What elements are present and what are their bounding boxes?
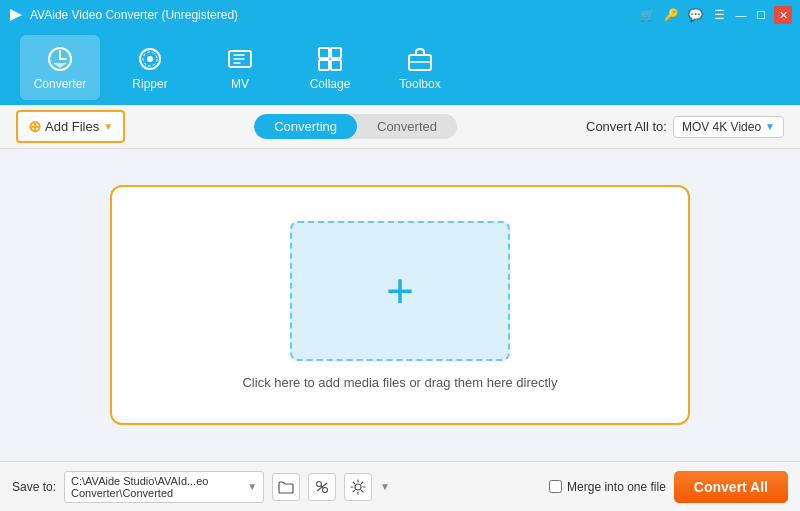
convert-all-to-label: Convert All to: bbox=[586, 119, 667, 134]
nav-label-toolbox: Toolbox bbox=[399, 77, 440, 91]
key-icon[interactable]: 🔑 bbox=[662, 6, 680, 24]
svg-rect-9 bbox=[331, 60, 341, 70]
nav-item-collage[interactable]: Collage bbox=[290, 35, 370, 100]
svg-rect-7 bbox=[331, 48, 341, 58]
maximize-button[interactable]: ☐ bbox=[754, 8, 768, 22]
tab-group: Converting Converted bbox=[254, 114, 457, 139]
title-bar-left: AVAide Video Converter (Unregistered) bbox=[8, 7, 238, 23]
nav-label-converter: Converter bbox=[34, 77, 87, 91]
svg-rect-6 bbox=[319, 48, 329, 58]
nav-item-converter[interactable]: Converter bbox=[20, 35, 100, 100]
app-logo-icon bbox=[8, 7, 24, 23]
merge-checkbox-group: Merge into one file bbox=[549, 480, 666, 494]
settings-cut-button[interactable] bbox=[308, 473, 336, 501]
preferences-button[interactable] bbox=[344, 473, 372, 501]
drop-plus-icon: + bbox=[386, 267, 414, 315]
svg-point-16 bbox=[355, 484, 361, 490]
add-files-button[interactable]: ⊕ Add Files ▼ bbox=[16, 110, 125, 143]
svg-rect-8 bbox=[319, 60, 329, 70]
add-files-dropdown-arrow: ▼ bbox=[103, 121, 113, 132]
close-button[interactable]: ✕ bbox=[774, 6, 792, 24]
converter-icon bbox=[46, 45, 74, 73]
menu-icon[interactable]: ☰ bbox=[710, 6, 728, 24]
convert-format-value: MOV 4K Video bbox=[682, 120, 761, 134]
toolbar: ⊕ Add Files ▼ Converting Converted Conve… bbox=[0, 105, 800, 149]
open-folder-button[interactable] bbox=[272, 473, 300, 501]
title-bar-controls: 🛒 🔑 💬 ☰ — ☐ ✕ bbox=[638, 6, 792, 24]
collage-icon bbox=[316, 45, 344, 73]
drop-zone-hint: Click here to add media files or drag th… bbox=[242, 375, 557, 390]
save-path-dropdown-arrow: ▼ bbox=[247, 481, 257, 492]
save-to-label: Save to: bbox=[12, 480, 56, 494]
title-bar: AVAide Video Converter (Unregistered) 🛒 … bbox=[0, 0, 800, 30]
drop-zone-inner[interactable]: + bbox=[290, 221, 510, 361]
convert-all-button[interactable]: Convert All bbox=[674, 471, 788, 503]
convert-all-to-group: Convert All to: MOV 4K Video ▼ bbox=[586, 116, 784, 138]
nav-label-collage: Collage bbox=[310, 77, 351, 91]
tab-converting[interactable]: Converting bbox=[254, 114, 357, 139]
save-path-text: C:\AVAide Studio\AVAId...eo Converter\Co… bbox=[71, 475, 247, 499]
mv-icon bbox=[226, 45, 254, 73]
settings-dropdown-arrow[interactable]: ▼ bbox=[380, 481, 390, 492]
nav-bar: Converter Ripper MV bbox=[0, 30, 800, 105]
toolbox-icon bbox=[406, 45, 434, 73]
format-dropdown-arrow: ▼ bbox=[765, 121, 775, 132]
svg-point-12 bbox=[317, 481, 322, 486]
bottom-bar: Save to: C:\AVAide Studio\AVAId...eo Con… bbox=[0, 461, 800, 511]
chat-icon[interactable]: 💬 bbox=[686, 6, 704, 24]
nav-item-ripper[interactable]: Ripper bbox=[110, 35, 190, 100]
minimize-button[interactable]: — bbox=[734, 8, 748, 22]
merge-checkbox[interactable] bbox=[549, 480, 562, 493]
shopping-cart-icon[interactable]: 🛒 bbox=[638, 6, 656, 24]
svg-point-13 bbox=[323, 487, 328, 492]
nav-label-mv: MV bbox=[231, 77, 249, 91]
add-files-label: Add Files bbox=[45, 119, 99, 134]
ripper-icon bbox=[136, 45, 164, 73]
main-content: + Click here to add media files or drag … bbox=[0, 149, 800, 461]
add-circle-icon: ⊕ bbox=[28, 117, 41, 136]
svg-marker-0 bbox=[10, 9, 22, 21]
merge-label: Merge into one file bbox=[567, 480, 666, 494]
svg-point-3 bbox=[147, 56, 153, 62]
nav-item-mv[interactable]: MV bbox=[200, 35, 280, 100]
nav-item-toolbox[interactable]: Toolbox bbox=[380, 35, 460, 100]
convert-format-select[interactable]: MOV 4K Video ▼ bbox=[673, 116, 784, 138]
save-path-input[interactable]: C:\AVAide Studio\AVAId...eo Converter\Co… bbox=[64, 471, 264, 503]
nav-label-ripper: Ripper bbox=[132, 77, 167, 91]
title-bar-text: AVAide Video Converter (Unregistered) bbox=[30, 8, 238, 22]
tab-converted[interactable]: Converted bbox=[357, 114, 457, 139]
drop-zone-outer[interactable]: + Click here to add media files or drag … bbox=[110, 185, 690, 425]
